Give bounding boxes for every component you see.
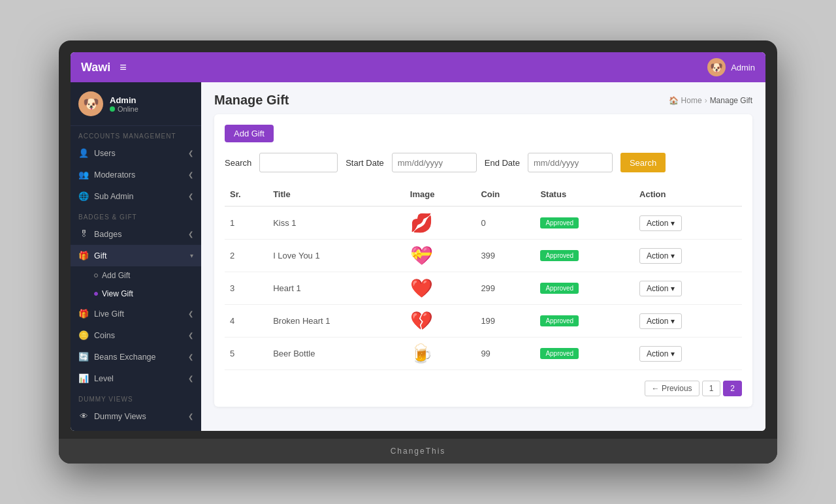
sidebar-user: 🐶 Admin Online [71, 82, 201, 126]
sidebar-item-moderators[interactable]: 👥 Moderators ❮ [71, 164, 201, 185]
cell-title: Broken Heart 1 [268, 305, 405, 338]
prev-page-button[interactable]: ← Previous [645, 381, 699, 396]
start-date-label: Start Date [346, 158, 384, 168]
laptop-frame: Wawi ≡ 🐶 Admin 🐶 Admin Online [59, 40, 777, 464]
dropdown-icon: ▾ [671, 251, 675, 260]
action-button[interactable]: Action ▾ [639, 346, 682, 362]
sidebar-item-beans[interactable]: 🔄 Beans Exchange ❮ [71, 346, 201, 368]
search-button[interactable]: Search [620, 153, 666, 172]
sidebar-item-badges[interactable]: 🎖 Badges ❮ [71, 223, 201, 245]
menu-icon[interactable]: ≡ [120, 61, 127, 74]
sidebar-label-level: Level [94, 374, 114, 383]
chevron-beans: ❮ [188, 353, 193, 360]
status-badge: Approved [540, 217, 579, 228]
sidebar-item-users[interactable]: 👤 Users ❮ [71, 142, 201, 164]
dropdown-icon: ▾ [671, 317, 675, 326]
sub-dot-add-gift [94, 274, 98, 277]
start-date-input[interactable] [392, 153, 477, 172]
search-input[interactable] [259, 153, 338, 172]
sidebar: 🐶 Admin Online ACCOUNTS MANAGEMENT 👤 Use… [71, 82, 201, 431]
chevron-users: ❮ [188, 150, 193, 157]
page-header: Manage Gift 🏠 Home › Manage Gift [201, 82, 765, 114]
sidebar-item-subadmin[interactable]: 🌐 Sub Admin ❮ [71, 185, 201, 207]
sidebar-subitem-add-gift[interactable]: Add Gift [71, 266, 201, 285]
dropdown-icon: ▾ [671, 219, 675, 228]
action-button[interactable]: Action ▾ [639, 215, 682, 231]
gift-emoji: ❤️ [410, 278, 433, 298]
chevron-dummy: ❮ [188, 413, 193, 420]
breadcrumb: 🏠 Home › Manage Gift [669, 96, 752, 105]
cell-sr: 1 [225, 206, 268, 240]
gift-emoji: 💋 [410, 213, 433, 233]
sidebar-label-users: Users [94, 149, 116, 158]
cell-sr: 3 [225, 272, 268, 305]
status-dot [110, 106, 115, 112]
col-image: Image [405, 183, 476, 206]
sidebar-label-beans: Beans Exchange [94, 353, 156, 362]
moderators-icon: 👥 [78, 170, 89, 180]
sidebar-item-gift[interactable]: 🎁 Gift ▾ [71, 245, 201, 266]
sidebar-item-level[interactable]: 📊 Level ❮ [71, 368, 201, 389]
table-row: 1 Kiss 1 💋 0 Approved Action ▾ [225, 206, 742, 240]
page-btn-2[interactable]: 2 [723, 381, 742, 396]
sidebar-label-moderators: Moderators [94, 170, 135, 180]
dummy-icon: 👁 [78, 411, 89, 421]
cell-status: Approved [535, 338, 634, 370]
col-title: Title [268, 183, 405, 206]
action-button[interactable]: Action ▾ [639, 313, 682, 329]
col-action: Action [634, 183, 742, 206]
sidebar-label-livegift: Live Gift [94, 309, 124, 319]
sidebar-item-coins[interactable]: 🪙 Coins ❮ [71, 324, 201, 346]
action-button[interactable]: Action ▾ [639, 248, 682, 264]
cell-action: Action ▾ [634, 305, 742, 338]
breadcrumb-sep: › [705, 96, 707, 105]
main-layout: 🐶 Admin Online ACCOUNTS MANAGEMENT 👤 Use… [71, 82, 765, 431]
gift-emoji: 💔 [410, 311, 433, 331]
dropdown-icon: ▾ [671, 284, 675, 293]
gift-emoji: 🍺 [410, 343, 433, 364]
cell-action: Action ▾ [634, 240, 742, 272]
cell-image: ❤️ [405, 272, 476, 305]
cell-title: Beer Bottle [268, 338, 405, 370]
laptop-brand-label: ChangeThis [391, 447, 446, 456]
action-label: Action [647, 349, 668, 358]
dropdown-icon: ▾ [671, 349, 675, 358]
action-button[interactable]: Action ▾ [639, 281, 682, 296]
filter-row: Search Start Date End Date Search [225, 153, 742, 172]
col-sr: Sr. [225, 183, 268, 206]
cell-status: Approved [535, 272, 634, 305]
page-btn-1[interactable]: 1 [702, 381, 721, 396]
cell-status: Approved [535, 305, 634, 338]
cell-action: Action ▾ [634, 206, 742, 240]
cell-coin: 299 [475, 272, 535, 305]
sidebar-label-subadmin: Sub Admin [94, 192, 133, 201]
gift-icon: 🎁 [78, 251, 89, 260]
chevron-gift: ▾ [190, 252, 193, 259]
search-label: Search [225, 158, 251, 168]
sidebar-label-view-gift: View Gift [102, 289, 133, 298]
end-date-input[interactable] [528, 153, 613, 172]
cell-image: 💋 [405, 206, 476, 240]
sidebar-item-livegift[interactable]: 🎁 Live Gift ❮ [71, 303, 201, 324]
pagination-row: ← Previous 1 2 [225, 381, 742, 396]
table-row: 3 Heart 1 ❤️ 299 Approved Action ▾ [225, 272, 742, 305]
cell-action: Action ▾ [634, 272, 742, 305]
section-label-badges-gift: BADGES & GIFT [71, 207, 201, 223]
cell-title: Heart 1 [268, 272, 405, 305]
top-header: Wawi ≡ 🐶 Admin [71, 52, 765, 82]
action-label: Action [647, 317, 668, 326]
cell-image: 💝 [405, 240, 476, 272]
table-row: 5 Beer Bottle 🍺 99 Approved Action ▾ [225, 338, 742, 370]
chevron-moderators: ❮ [188, 171, 193, 178]
sidebar-label-gift: Gift [94, 251, 106, 260]
chevron-livegift: ❮ [188, 310, 193, 317]
sidebar-subitem-view-gift[interactable]: View Gift [71, 285, 201, 303]
sidebar-label-add-gift: Add Gift [102, 271, 130, 280]
table-header-row: Sr. Title Image Coin Status Action [225, 183, 742, 206]
content-box: Add Gift Search Start Date End Date Sear… [214, 114, 752, 407]
avatar: 🐶 [707, 58, 726, 76]
sidebar-item-dummy[interactable]: 👁 Dummy Views ❮ [71, 405, 201, 427]
add-gift-button[interactable]: Add Gift [225, 125, 274, 142]
status-badge: Approved [540, 250, 579, 261]
chevron-subadmin: ❮ [188, 193, 193, 200]
